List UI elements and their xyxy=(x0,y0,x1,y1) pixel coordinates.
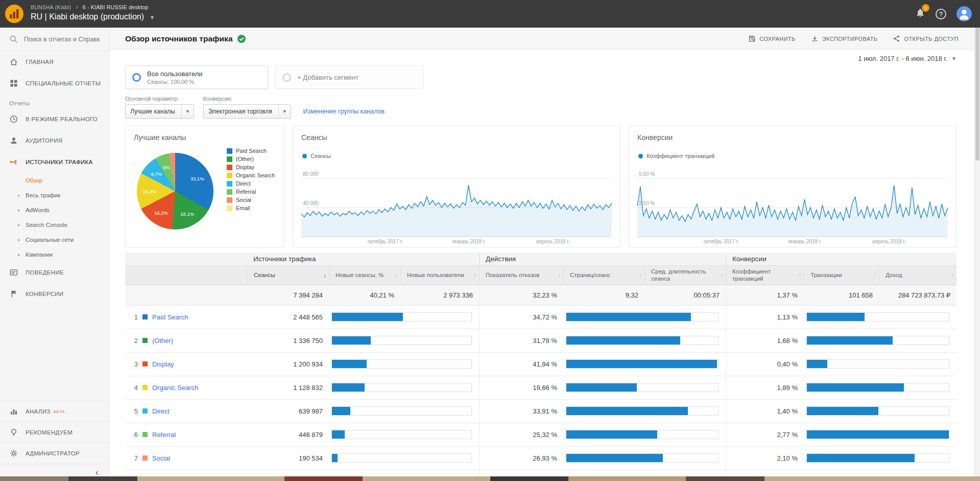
conversion-label: Конверсия: xyxy=(203,96,291,102)
column-sessions[interactable]: Сеансы↓ xyxy=(247,266,329,285)
bounce-value: 31,78 % xyxy=(479,329,563,352)
revenue-bar-cell xyxy=(804,329,957,352)
sidebar-item-conversions[interactable]: КОНВЕРСИИ xyxy=(0,283,109,305)
sidebar-item-realtime[interactable]: В РЕЖИМЕ РЕАЛЬНОГО xyxy=(0,108,109,130)
column-avg-duration[interactable]: Сред. длительность сеанса↕ xyxy=(644,266,726,285)
legend-item: Paid Search xyxy=(227,148,275,154)
breadcrumb[interactable]: BUNSHA (Kiabi) > 6 - KIABI RUSSIE deskto… xyxy=(31,4,148,10)
sidebar-subitem-search-console[interactable]: ▸ Search Console xyxy=(0,217,109,232)
bar-box xyxy=(566,312,719,322)
scrollbar-thumb[interactable] xyxy=(975,28,979,161)
sidebar-item-discover[interactable]: РЕКОМЕНДУЕМ xyxy=(0,422,109,443)
page-scrollbar[interactable] xyxy=(974,28,980,477)
y-tick: 40 000 xyxy=(303,200,319,206)
sessions-bar xyxy=(332,313,403,321)
bounce-bar-cell xyxy=(563,423,726,446)
channel-link[interactable]: Referral xyxy=(152,431,176,439)
main-area: Обзор источников трафика СОХРАНИТЬ ЭКСПО… xyxy=(109,28,980,481)
page-title: Обзор источников трафика xyxy=(125,34,233,43)
channel-link[interactable]: Social xyxy=(152,454,170,462)
bar-box xyxy=(566,336,719,345)
chevron-down-icon: ▼ xyxy=(181,105,194,118)
column-pages-per-session[interactable]: Страниц/сеанс↕ xyxy=(563,266,644,285)
analysis-icon xyxy=(9,407,18,416)
sidebar-item-custom-reports[interactable]: СПЕЦИАЛЬНЫЕ ОТЧЕТЫ xyxy=(0,73,109,94)
edit-channel-grouping-link[interactable]: Изменение группы каналов xyxy=(303,108,385,115)
row-rank: 5 xyxy=(131,407,138,415)
conversions-chart[interactable]: 5,00 % 2,50 % октябрь 2017 г. январь 201… xyxy=(637,173,948,241)
primary-dimension-select[interactable]: Лучшие каналы ▼ xyxy=(125,104,194,119)
share-button[interactable]: ОТКРЫТЬ ДОСТУП xyxy=(893,35,959,42)
sidebar-item-admin[interactable]: АДМИНИСТРАТОР xyxy=(0,443,109,464)
sessions-bar-cell xyxy=(329,447,479,470)
primary-dimension-label: Основной параметр: xyxy=(125,96,194,102)
sidebar-subitem-social[interactable]: ▸ Социальные сети xyxy=(0,232,109,247)
column-bounce-rate[interactable]: Показатель отказов↕ xyxy=(479,266,563,285)
property-selector[interactable]: RU | Kiabi desktop (production) ▼ xyxy=(31,12,155,21)
date-range-selector[interactable]: 1 июл. 2017 г. - 6 июн. 2018 г. ▼ xyxy=(125,53,957,64)
notifications-button[interactable]: 3 xyxy=(915,8,925,20)
legend-item: Display xyxy=(227,164,275,170)
panel-title: Конверсии xyxy=(629,126,956,142)
sidebar-item-label: АДМИНИСТРАТОР xyxy=(26,450,80,456)
column-new-users[interactable]: Новые пользователи↕ xyxy=(400,266,479,285)
home-icon xyxy=(9,57,18,66)
channel-link[interactable]: Direct xyxy=(152,407,170,415)
table-row: 2 (Other) 1 336 750 31,78 % 1,68 % xyxy=(125,329,957,353)
channel-color-chip xyxy=(142,385,148,390)
pie-slice-label: 16,2% xyxy=(154,210,168,215)
expand-arrow-icon: ▸ xyxy=(18,237,20,242)
group-acquisition: Источники трафика xyxy=(125,253,479,265)
add-segment-button[interactable]: + Добавить сегмент xyxy=(275,65,423,89)
conversion-select[interactable]: Электронная торговля ▼ xyxy=(203,104,291,119)
search-input[interactable] xyxy=(24,36,101,43)
bounce-bar-cell xyxy=(563,447,726,470)
sidebar-item-acquisition[interactable]: ИСТОЧНИКИ ТРАФИКА xyxy=(0,151,109,173)
bounce-bar-cell xyxy=(563,306,726,329)
bounce-value: 34,72 % xyxy=(479,306,563,329)
subitem-label: Социальные сети xyxy=(26,237,74,243)
revenue-bar xyxy=(807,407,878,415)
sidebar-subitem-campaigns[interactable]: ▸ Кампании xyxy=(0,247,109,262)
channel-link[interactable]: (Other) xyxy=(152,337,173,345)
sidebar-search[interactable] xyxy=(0,28,109,51)
help-button[interactable]: ? xyxy=(936,9,946,19)
sidebar-subitem-adwords[interactable]: ▸ AdWords xyxy=(0,202,109,217)
pie-slice-label: 33,1% xyxy=(190,175,204,181)
sidebar-item-analysis[interactable]: АНАЛИЗ БЕТА xyxy=(0,401,109,422)
conversions-panel: Конверсии Коэффициент транзакций 5,00 % … xyxy=(629,126,957,247)
sidebar-item-behavior[interactable]: ПОВЕДЕНИЕ xyxy=(0,262,109,283)
column-new-sessions[interactable]: Новые сеансы, %↕ xyxy=(329,266,400,285)
channels-table: Источники трафика Действия Конверсии Сеа… xyxy=(125,253,957,481)
bounce-bar xyxy=(566,407,688,415)
bounce-bar xyxy=(566,360,717,368)
channel-link[interactable]: Paid Search xyxy=(152,313,188,321)
sessions-bar-cell xyxy=(329,329,479,352)
channel-link[interactable]: Organic Search xyxy=(152,384,198,392)
share-icon xyxy=(893,35,900,42)
save-button[interactable]: СОХРАНИТЬ xyxy=(748,35,795,42)
transaction-rate-value: 1,89 % xyxy=(726,376,804,399)
revenue-bar-cell xyxy=(804,423,957,446)
person-icon xyxy=(9,136,18,145)
summary-new-users: 2 973 336 xyxy=(400,285,479,305)
sidebar-subitem-all-traffic[interactable]: ▸ Весь трафик xyxy=(0,188,109,202)
sidebar-item-audience[interactable]: АУДИТОРИЯ xyxy=(0,130,109,151)
transaction-rate-value: 2,77 % xyxy=(726,423,804,446)
analytics-logo-icon[interactable] xyxy=(5,5,23,23)
segment-all-users[interactable]: Все пользователи Сеансы: 100,00 % xyxy=(125,65,268,89)
column-transactions[interactable]: Транзакции↕ xyxy=(804,266,879,285)
breadcrumb-account[interactable]: BUNSHA (Kiabi) xyxy=(31,4,71,10)
avatar[interactable] xyxy=(957,6,972,21)
export-button[interactable]: ЭКСПОРТИРОВАТЬ xyxy=(811,35,878,42)
sidebar-subitem-overview[interactable]: Обзор xyxy=(0,173,109,188)
breadcrumb-view[interactable]: 6 - KIABI RUSSIE desktop xyxy=(83,4,149,10)
column-transaction-rate[interactable]: Коэффициент транзакций↕ xyxy=(726,266,804,285)
channel-link[interactable]: Display xyxy=(152,360,174,368)
sidebar-item-label: АНАЛИЗ xyxy=(26,408,50,415)
column-revenue[interactable]: Доход↕ xyxy=(879,266,957,285)
sort-icon: ↕ xyxy=(558,272,561,279)
sessions-chart[interactable]: 80 000 40 000 октябрь 2017 г. январь 201… xyxy=(301,173,612,241)
sidebar-item-home[interactable]: ГЛАВНАЯ xyxy=(0,51,109,73)
x-tick: апрель 2018 г. xyxy=(872,239,906,244)
